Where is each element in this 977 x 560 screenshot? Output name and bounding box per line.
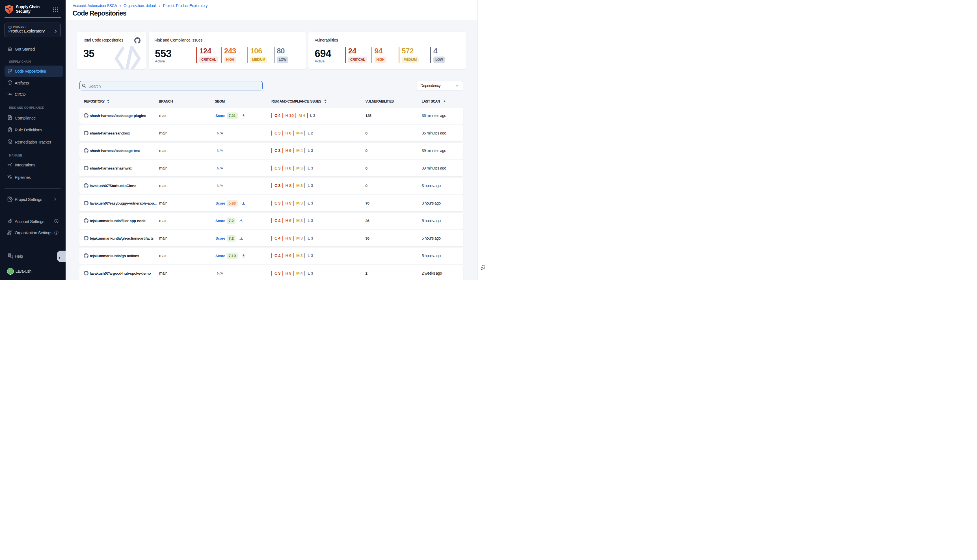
svg-text:?: ? (8, 253, 10, 257)
